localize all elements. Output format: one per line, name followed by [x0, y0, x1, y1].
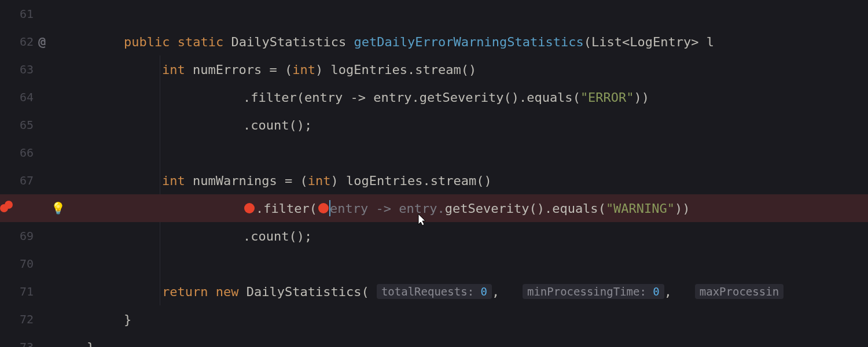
cast-int: int — [292, 62, 315, 77]
line-number: 61 — [0, 7, 34, 21]
line-number — [0, 204, 23, 212]
string-literal: "WARNING" — [606, 201, 675, 216]
keyword-public: public — [124, 35, 170, 49]
code-row[interactable]: 73 } — [0, 333, 868, 347]
close-brace: } — [87, 340, 94, 348]
line-number: 73 — [0, 340, 34, 347]
code-row[interactable]: 70 — [0, 250, 868, 278]
line-number: 63 — [0, 62, 34, 76]
code-row[interactable]: 61 — [0, 0, 868, 28]
ident: logEntries — [330, 62, 407, 77]
code-row[interactable]: 63 int numErrors = (int) logEntries.stre… — [0, 56, 868, 83]
ident: logEntries — [346, 174, 422, 188]
code-line[interactable]: } — [69, 305, 131, 333]
gutter-icons[interactable]: 💡 — [23, 201, 59, 215]
lambda-param: entry — [330, 201, 368, 216]
filter-call: filter — [263, 201, 309, 216]
keyword-return: return — [162, 285, 208, 299]
string-literal: "ERROR" — [580, 90, 634, 105]
var-name: numWarnings — [193, 174, 277, 188]
count-call: count — [251, 118, 289, 132]
method-call: equals — [527, 90, 572, 105]
filter-call: filter — [251, 90, 296, 105]
at-icon: @ — [38, 35, 46, 49]
line-number: 64 — [0, 90, 34, 104]
code-line[interactable]: .filter(entry -> entry.getSeverity().equ… — [69, 83, 649, 111]
code-line[interactable]: public static DailyStatistics getDailyEr… — [69, 28, 714, 56]
lambda-param: entry — [304, 90, 343, 105]
code-editor[interactable]: 61 62 @ public static DailyStatistics ge… — [0, 0, 868, 347]
gutter-line[interactable]: 72 — [0, 305, 69, 333]
code-line[interactable]: int numWarnings = (int) logEntries.strea… — [69, 167, 492, 194]
gutter-line[interactable]: 64 — [0, 83, 69, 111]
return-type: DailyStatistics — [231, 35, 346, 49]
inlay-hint: minProcessingTime: 0 — [523, 284, 664, 299]
inline-breakpoint-icon[interactable] — [244, 203, 255, 213]
gutter-line[interactable]: 61 — [0, 0, 69, 28]
mouse-cursor-icon — [414, 213, 428, 227]
gutter-line[interactable]: 71 — [0, 278, 69, 305]
gutter-line[interactable]: 63 — [0, 56, 69, 83]
code-row[interactable]: 64 .filter(entry -> entry.getSeverity().… — [0, 83, 868, 111]
method-call: equals — [552, 201, 598, 216]
line-number: 71 — [0, 285, 34, 298]
code-row[interactable]: 69 .count(); — [0, 222, 868, 250]
code-row[interactable]: 66 — [0, 139, 868, 167]
code-line[interactable] — [69, 0, 110, 28]
code-line[interactable]: .count(); — [69, 111, 312, 139]
close-brace: } — [124, 312, 131, 327]
code-area[interactable]: 61 62 @ public static DailyStatistics ge… — [0, 0, 868, 347]
gutter-line[interactable]: 70 — [0, 250, 69, 278]
line-number: 69 — [0, 229, 34, 243]
code-line[interactable]: .count(); — [69, 222, 312, 250]
keyword-int: int — [162, 174, 185, 188]
var-name: numErrors — [193, 62, 262, 77]
count-call: count — [251, 229, 289, 243]
code-row[interactable]: 72 } — [0, 305, 868, 333]
line-number: 72 — [0, 312, 34, 326]
rest: > l — [691, 35, 714, 49]
gutter-line[interactable]: 62 @ — [0, 28, 69, 56]
inlay-hint: maxProcessin — [695, 284, 784, 299]
code-row[interactable]: 71 return new DailyStatistics( totalRequ… — [0, 278, 868, 305]
breakpoint-group-icon[interactable] — [0, 204, 23, 212]
code-line[interactable]: .filter(entry -> entry.getSeverity().equ… — [69, 194, 690, 222]
gutter-line[interactable]: 73 — [0, 333, 69, 347]
code-line[interactable] — [69, 250, 110, 278]
inline-breakpoint-icon[interactable] — [318, 203, 329, 213]
line-number: 65 — [0, 118, 34, 132]
inlay-hint: totalRequests: 0 — [377, 284, 492, 299]
breakpoint-dot-icon[interactable] — [0, 204, 8, 212]
code-line[interactable]: return new DailyStatistics( totalRequest… — [69, 278, 784, 305]
ident: entry — [373, 90, 411, 105]
method-call: stream — [415, 62, 461, 77]
cast-int: int — [308, 174, 331, 188]
method-call: getSeverity — [420, 90, 504, 105]
gutter-line[interactable]: 💡 — [0, 194, 69, 222]
code-line[interactable] — [69, 139, 110, 167]
code-row[interactable]: 67 int numWarnings = (int) logEntries.st… — [0, 167, 868, 194]
method-name: getDailyErrorWarningStatistics — [354, 35, 583, 49]
line-number: 70 — [0, 257, 34, 271]
code-row[interactable]: 62 @ public static DailyStatistics getDa… — [0, 28, 868, 56]
line-number: 66 — [0, 146, 34, 160]
code-row-current[interactable]: 💡 .filter(entry -> entry.getSeverity().e… — [0, 194, 868, 222]
param-type: List — [591, 35, 622, 49]
code-row[interactable]: 65 .count(); — [0, 111, 868, 139]
line-number: 62 — [0, 35, 34, 49]
gutter-line[interactable]: 65 — [0, 111, 69, 139]
method-call: stream — [431, 174, 476, 188]
gutter-line[interactable]: 69 — [0, 222, 69, 250]
keyword-static: static — [178, 35, 223, 49]
gutter-icons[interactable]: @ — [34, 35, 69, 49]
code-line[interactable]: } — [69, 333, 94, 347]
line-number: 67 — [0, 174, 34, 187]
gutter-line[interactable]: 66 — [0, 139, 69, 167]
method-call: getSeverity — [445, 201, 529, 216]
gutter-line[interactable]: 67 — [0, 167, 69, 194]
code-line[interactable]: int numErrors = (int) logEntries.stream(… — [69, 56, 476, 83]
constructor: DailyStatistics — [247, 285, 362, 299]
param-generic: LogEntry — [630, 35, 691, 49]
keyword-new: new — [216, 285, 239, 299]
lightbulb-icon[interactable]: 💡 — [51, 201, 65, 215]
